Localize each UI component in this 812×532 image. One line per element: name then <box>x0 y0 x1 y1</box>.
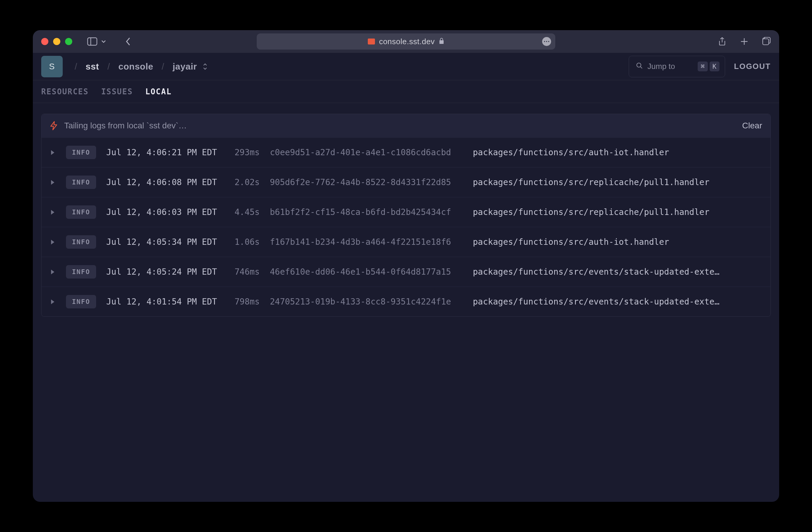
log-request-id: b61bf2f2-cf15-48ca-b6fd-bd2b425434cf <box>270 207 461 217</box>
back-button-icon[interactable] <box>126 37 131 46</box>
log-level-badge: INFO <box>66 295 96 308</box>
share-icon[interactable] <box>718 37 727 46</box>
tab-overview-icon[interactable] <box>762 37 771 46</box>
breadcrumb-item-app[interactable]: console <box>118 61 154 72</box>
log-duration: 2.02s <box>230 177 260 187</box>
log-row[interactable]: INFO Jul 12, 4:06:21 PM EDT 293ms c0ee9d… <box>42 137 770 167</box>
log-level-badge: INFO <box>66 205 96 219</box>
log-row[interactable]: INFO Jul 12, 4:05:34 PM EDT 1.06s f167b1… <box>42 227 770 257</box>
expand-icon[interactable] <box>50 269 56 275</box>
svg-marker-13 <box>51 240 54 245</box>
expand-icon[interactable] <box>50 179 56 186</box>
log-timestamp: Jul 12, 4:06:08 PM EDT <box>106 177 220 187</box>
new-tab-icon[interactable] <box>740 37 749 46</box>
breadcrumb-separator: / <box>161 61 164 72</box>
expand-icon[interactable] <box>50 299 56 305</box>
log-timestamp: Jul 12, 4:01:54 PM EDT <box>106 297 220 306</box>
log-duration: 798ms <box>230 297 260 306</box>
log-row[interactable]: INFO Jul 12, 4:06:08 PM EDT 2.02s 905d6f… <box>42 167 770 197</box>
log-duration: 293ms <box>230 147 260 157</box>
log-duration: 1.06s <box>230 237 260 247</box>
kbd-cmd: ⌘ <box>698 61 708 71</box>
expand-icon[interactable] <box>50 149 56 156</box>
svg-marker-15 <box>51 299 54 304</box>
svg-rect-6 <box>763 39 769 45</box>
breadcrumb-item-workspace[interactable]: sst <box>86 61 99 72</box>
log-level-badge: INFO <box>66 235 96 249</box>
kbd-k: K <box>710 61 720 71</box>
log-handler: packages/functions/src/replicache/pull1.… <box>471 207 762 217</box>
log-timestamp: Jul 12, 4:05:34 PM EDT <box>106 237 220 247</box>
log-timestamp: Jul 12, 4:06:03 PM EDT <box>106 207 220 217</box>
tabs: RESOURCES ISSUES LOCAL <box>33 80 779 103</box>
svg-rect-0 <box>88 38 97 45</box>
log-request-id: 905d6f2e-7762-4a4b-8522-8d4331f22d85 <box>270 177 461 187</box>
svg-point-7 <box>637 63 641 67</box>
log-level-badge: INFO <box>66 175 96 189</box>
log-timestamp: Jul 12, 4:06:21 PM EDT <box>106 147 220 157</box>
header-right: Jump to ⌘ K LOGOUT <box>629 56 771 77</box>
log-request-id: c0ee9d51-a27d-401e-a4e1-c1086cd6acbd <box>270 147 461 157</box>
logs-panel-header: Tailing logs from local `sst dev`… Clear <box>42 114 770 137</box>
breadcrumb-item-stage[interactable]: jayair <box>173 61 197 72</box>
log-duration: 746ms <box>230 267 260 277</box>
lock-icon <box>439 37 444 46</box>
log-handler: packages/functions/src/auth-iot.handler <box>471 237 762 247</box>
svg-marker-10 <box>51 150 54 155</box>
log-handler: packages/functions/src/events/stack-upda… <box>471 297 762 306</box>
logs-status-text: Tailing logs from local `sst dev`… <box>64 121 187 130</box>
org-badge[interactable]: S <box>41 56 63 77</box>
logout-button[interactable]: LOGOUT <box>734 62 771 71</box>
search-icon <box>636 62 643 71</box>
logs-panel: Tailing logs from local `sst dev`… Clear… <box>41 114 771 317</box>
log-level-badge: INFO <box>66 265 96 278</box>
breadcrumb-separator: / <box>75 61 77 72</box>
fullscreen-window-button[interactable] <box>65 38 72 45</box>
titlebar-right-controls <box>718 37 771 46</box>
svg-marker-9 <box>51 121 57 130</box>
svg-line-8 <box>640 67 642 68</box>
log-row[interactable]: INFO Jul 12, 4:05:24 PM EDT 746ms 46ef61… <box>42 257 770 287</box>
minimize-window-button[interactable] <box>53 38 60 45</box>
breadcrumb: / sst / console / jayair <box>75 61 208 72</box>
tab-local[interactable]: LOCAL <box>145 87 172 96</box>
clear-logs-button[interactable]: Clear <box>742 121 762 130</box>
tab-group-dropdown-icon[interactable] <box>101 39 106 44</box>
tab-issues[interactable]: ISSUES <box>101 87 133 96</box>
expand-icon[interactable] <box>50 239 56 245</box>
log-handler: packages/functions/src/auth-iot.handler <box>471 147 762 157</box>
page-settings-icon[interactable] <box>542 37 551 46</box>
browser-window: console.sst.dev <box>33 30 779 502</box>
jump-to-label: Jump to <box>648 62 675 71</box>
stage-switcher-icon[interactable] <box>202 63 208 70</box>
tab-resources[interactable]: RESOURCES <box>41 87 89 96</box>
log-handler: packages/functions/src/events/stack-upda… <box>471 267 762 277</box>
bolt-icon <box>50 121 58 130</box>
log-level-badge: INFO <box>66 146 96 159</box>
jump-to-shortcut: ⌘ K <box>698 61 720 71</box>
log-request-id: 24705213-019b-4133-8cc8-9351c4224f1e <box>270 297 461 306</box>
traffic-lights <box>41 38 72 45</box>
svg-marker-11 <box>51 180 54 185</box>
org-badge-initial: S <box>49 62 55 71</box>
svg-marker-12 <box>51 210 54 215</box>
jump-to-button[interactable]: Jump to ⌘ K <box>629 56 725 77</box>
log-duration: 4.45s <box>230 207 260 217</box>
titlebar-left-controls <box>87 37 131 46</box>
expand-icon[interactable] <box>50 209 56 216</box>
log-rows: INFO Jul 12, 4:06:21 PM EDT 293ms c0ee9d… <box>42 137 770 316</box>
log-row[interactable]: INFO Jul 12, 4:06:03 PM EDT 4.45s b61bf2… <box>42 197 770 227</box>
sidebar-toggle-icon[interactable] <box>87 37 97 46</box>
address-bar-url: console.sst.dev <box>379 37 435 46</box>
log-row[interactable]: INFO Jul 12, 4:01:54 PM EDT 798ms 247052… <box>42 287 770 316</box>
log-request-id: f167b141-b234-4d3b-a464-4f22151e18f6 <box>270 237 461 247</box>
close-window-button[interactable] <box>41 38 48 45</box>
log-request-id: 46ef610e-dd06-46e1-b544-0f64d8177a15 <box>270 267 461 277</box>
titlebar: console.sst.dev <box>33 30 779 53</box>
log-timestamp: Jul 12, 4:05:24 PM EDT <box>106 267 220 277</box>
log-handler: packages/functions/src/replicache/pull1.… <box>471 177 762 187</box>
address-bar[interactable]: console.sst.dev <box>257 33 555 49</box>
app-header: S / sst / console / jayair Jump t <box>33 53 779 80</box>
site-favicon-icon <box>368 39 375 44</box>
content-area: Tailing logs from local `sst dev`… Clear… <box>33 103 779 502</box>
